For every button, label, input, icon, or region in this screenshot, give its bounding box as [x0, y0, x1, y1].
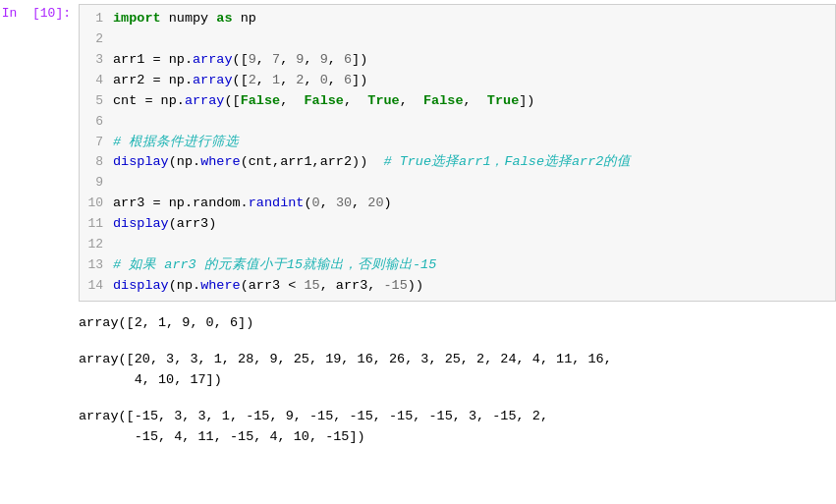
line-num-14: 14 [84, 276, 113, 297]
line-num-5: 5 [84, 91, 113, 112]
output-label-1 [0, 308, 79, 340]
code-line-9: 9 [84, 173, 831, 194]
line-content-3: arr1 = np.array([9, 7, 9, 9, 6]) [113, 50, 367, 71]
code-line-4: 4 arr2 = np.array([2, 1, 2, 0, 6]) [84, 71, 831, 91]
line-content-6 [113, 112, 121, 133]
line-content-7: # 根据条件进行筛选 [113, 133, 239, 153]
line-content-13: # 如果 arr3 的元素值小于15就输出，否则输出-15 [113, 255, 436, 276]
line-num-7: 7 [84, 133, 113, 153]
line-content-14: display(np.where(arr3 < 15, arr3, -15)) [113, 276, 423, 297]
output-label-3 [0, 401, 79, 454]
code-line-5: 5 cnt = np.array([False, False, True, Fa… [84, 91, 831, 112]
output-content-2: array([20, 3, 3, 1, 28, 9, 25, 19, 16, 2… [79, 348, 612, 393]
code-line-7: 7 # 根据条件进行筛选 [84, 133, 831, 153]
line-content-10: arr3 = np.random.randint(0, 30, 20) [113, 194, 392, 214]
line-num-13: 13 [84, 255, 113, 276]
code-line-2: 2 [84, 29, 831, 50]
output-content-1: array([2, 1, 9, 0, 6]) [79, 311, 253, 336]
output-area-2: array([20, 3, 3, 1, 28, 9, 25, 19, 16, 2… [0, 342, 836, 399]
line-num-1: 1 [84, 9, 113, 29]
code-area: 1 import numpy as np 2 3 arr1 = np.array… [80, 9, 835, 297]
code-line-11: 11 display(arr3) [84, 214, 831, 235]
input-cell: In [10]: 1 import numpy as np 2 3 arr1 =… [0, 0, 836, 306]
line-num-8: 8 [84, 152, 113, 173]
output-area-1: array([2, 1, 9, 0, 6]) [0, 306, 836, 342]
code-line-3: 3 arr1 = np.array([9, 7, 9, 9, 6]) [84, 50, 831, 71]
code-line-10: 10 arr3 = np.random.randint(0, 30, 20) [84, 194, 831, 214]
line-num-4: 4 [84, 71, 113, 91]
line-content-8: display(np.where(cnt,arr1,arr2)) # True选… [113, 152, 631, 173]
line-content-2 [113, 29, 121, 50]
code-line-6: 6 [84, 112, 831, 133]
line-content-9 [113, 173, 121, 194]
line-content-11: display(arr3) [113, 214, 216, 235]
line-num-11: 11 [84, 214, 113, 235]
code-line-1: 1 import numpy as np [84, 9, 831, 29]
line-content-12 [113, 235, 121, 255]
output-content-3: array([-15, 3, 3, 1, -15, 9, -15, -15, -… [79, 405, 548, 450]
cell-input-area[interactable]: 1 import numpy as np 2 3 arr1 = np.array… [79, 4, 836, 302]
line-content-1: import numpy as np [113, 9, 256, 29]
cell-label: In [10]: [0, 4, 79, 302]
code-line-14: 14 display(np.where(arr3 < 15, arr3, -15… [84, 276, 831, 297]
line-num-9: 9 [84, 173, 113, 194]
line-num-6: 6 [84, 112, 113, 133]
code-line-12: 12 [84, 235, 831, 255]
line-content-5: cnt = np.array([False, False, True, Fals… [113, 91, 534, 112]
output-area-3: array([-15, 3, 3, 1, -15, 9, -15, -15, -… [0, 399, 836, 456]
line-num-10: 10 [84, 194, 113, 214]
line-num-12: 12 [84, 235, 113, 255]
code-line-8: 8 display(np.where(cnt,arr1,arr2)) # Tru… [84, 152, 831, 173]
output-label-2 [0, 344, 79, 397]
line-num-3: 3 [84, 50, 113, 71]
code-line-13: 13 # 如果 arr3 的元素值小于15就输出，否则输出-15 [84, 255, 831, 276]
line-num-2: 2 [84, 29, 113, 50]
line-content-4: arr2 = np.array([2, 1, 2, 0, 6]) [113, 71, 367, 91]
